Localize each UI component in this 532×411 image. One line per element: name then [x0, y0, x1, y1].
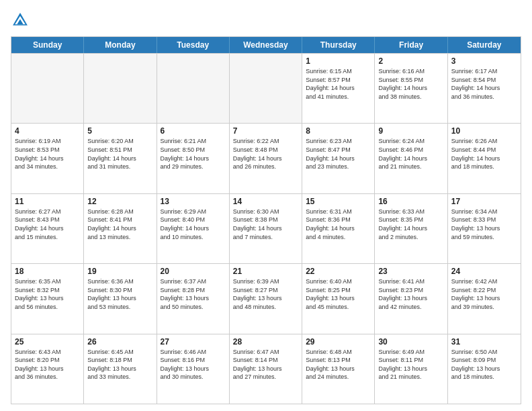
calendar-cell-24: 24Sunrise: 6:42 AMSunset: 8:22 PMDayligh…: [448, 264, 521, 333]
cell-info: Sunrise: 6:43 AMSunset: 8:20 PMDaylight:…: [15, 348, 80, 381]
header-cell-tuesday: Tuesday: [157, 37, 230, 53]
calendar-cell-29: 29Sunrise: 6:48 AMSunset: 8:13 PMDayligh…: [302, 334, 375, 404]
calendar-cell-7: 7Sunrise: 6:22 AMSunset: 8:48 PMDaylight…: [230, 124, 302, 193]
cell-info: Sunrise: 6:33 AMSunset: 8:35 PMDaylight:…: [378, 208, 443, 241]
cell-info: Sunrise: 6:41 AMSunset: 8:23 PMDaylight:…: [378, 277, 443, 311]
calendar-cell-19: 19Sunrise: 6:36 AMSunset: 8:30 PMDayligh…: [84, 264, 157, 333]
header: [11, 11, 521, 30]
calendar-cell-empty: [230, 54, 302, 123]
day-number: 13: [161, 197, 226, 206]
cell-info: Sunrise: 6:29 AMSunset: 8:40 PMDaylight:…: [161, 208, 226, 241]
cell-info: Sunrise: 6:31 AMSunset: 8:36 PMDaylight:…: [306, 208, 371, 241]
cell-info: Sunrise: 6:16 AMSunset: 8:55 PMDaylight:…: [378, 67, 443, 101]
day-number: 4: [15, 126, 80, 136]
calendar-cell-18: 18Sunrise: 6:35 AMSunset: 8:32 PMDayligh…: [11, 264, 84, 333]
calendar-cell-11: 11Sunrise: 6:27 AMSunset: 8:43 PMDayligh…: [11, 194, 84, 263]
cell-info: Sunrise: 6:45 AMSunset: 8:18 PMDaylight:…: [87, 348, 152, 381]
header-cell-wednesday: Wednesday: [230, 37, 302, 53]
header-cell-thursday: Thursday: [302, 37, 375, 53]
day-number: 27: [161, 337, 226, 347]
day-number: 11: [15, 197, 80, 206]
cell-info: Sunrise: 6:36 AMSunset: 8:30 PMDaylight:…: [87, 277, 152, 311]
calendar: SundayMondayTuesdayWednesdayThursdayFrid…: [11, 36, 521, 404]
calendar-cell-empty: [157, 54, 230, 123]
calendar-body: 1Sunrise: 6:15 AMSunset: 8:57 PMDaylight…: [11, 53, 521, 404]
cell-info: Sunrise: 6:34 AMSunset: 8:33 PMDaylight:…: [451, 208, 517, 241]
day-number: 22: [306, 267, 371, 276]
day-number: 21: [233, 267, 298, 276]
cell-info: Sunrise: 6:15 AMSunset: 8:57 PMDaylight:…: [306, 67, 371, 101]
calendar-cell-empty: [11, 54, 84, 123]
calendar-cell-26: 26Sunrise: 6:45 AMSunset: 8:18 PMDayligh…: [84, 334, 157, 404]
day-number: 5: [87, 126, 152, 136]
calendar-cell-25: 25Sunrise: 6:43 AMSunset: 8:20 PMDayligh…: [11, 334, 84, 404]
day-number: 30: [378, 337, 443, 347]
day-number: 18: [15, 267, 80, 276]
cell-info: Sunrise: 6:30 AMSunset: 8:38 PMDaylight:…: [233, 208, 298, 241]
calendar-row-1: 4Sunrise: 6:19 AMSunset: 8:53 PMDaylight…: [11, 123, 521, 193]
cell-info: Sunrise: 6:42 AMSunset: 8:22 PMDaylight:…: [451, 277, 517, 311]
day-number: 28: [233, 337, 298, 347]
calendar-row-4: 25Sunrise: 6:43 AMSunset: 8:20 PMDayligh…: [11, 334, 521, 404]
cell-info: Sunrise: 6:22 AMSunset: 8:48 PMDaylight:…: [233, 137, 298, 171]
calendar-cell-6: 6Sunrise: 6:21 AMSunset: 8:50 PMDaylight…: [157, 124, 230, 193]
calendar-row-3: 18Sunrise: 6:35 AMSunset: 8:32 PMDayligh…: [11, 263, 521, 333]
day-number: 29: [306, 337, 371, 347]
day-number: 7: [233, 126, 298, 136]
calendar-cell-16: 16Sunrise: 6:33 AMSunset: 8:35 PMDayligh…: [375, 194, 447, 263]
calendar-cell-23: 23Sunrise: 6:41 AMSunset: 8:23 PMDayligh…: [375, 264, 447, 333]
cell-info: Sunrise: 6:27 AMSunset: 8:43 PMDaylight:…: [15, 208, 80, 241]
day-number: 23: [378, 267, 443, 276]
calendar-cell-empty: [84, 54, 157, 123]
page: SundayMondayTuesdayWednesdayThursdayFrid…: [0, 0, 532, 411]
cell-info: Sunrise: 6:48 AMSunset: 8:13 PMDaylight:…: [306, 348, 371, 381]
day-number: 10: [451, 126, 517, 136]
day-number: 20: [161, 267, 226, 276]
calendar-cell-15: 15Sunrise: 6:31 AMSunset: 8:36 PMDayligh…: [302, 194, 375, 263]
calendar-cell-27: 27Sunrise: 6:46 AMSunset: 8:16 PMDayligh…: [157, 334, 230, 404]
day-number: 1: [306, 56, 371, 66]
cell-info: Sunrise: 6:23 AMSunset: 8:47 PMDaylight:…: [306, 137, 371, 171]
calendar-cell-22: 22Sunrise: 6:40 AMSunset: 8:25 PMDayligh…: [302, 264, 375, 333]
cell-info: Sunrise: 6:17 AMSunset: 8:54 PMDaylight:…: [451, 67, 517, 101]
calendar-cell-21: 21Sunrise: 6:39 AMSunset: 8:27 PMDayligh…: [230, 264, 302, 333]
cell-info: Sunrise: 6:26 AMSunset: 8:44 PMDaylight:…: [451, 137, 517, 171]
day-number: 3: [451, 56, 517, 66]
cell-info: Sunrise: 6:46 AMSunset: 8:16 PMDaylight:…: [161, 348, 226, 381]
day-number: 16: [378, 197, 443, 206]
header-cell-monday: Monday: [84, 37, 157, 53]
header-cell-friday: Friday: [375, 37, 447, 53]
cell-info: Sunrise: 6:47 AMSunset: 8:14 PMDaylight:…: [233, 348, 298, 381]
calendar-cell-13: 13Sunrise: 6:29 AMSunset: 8:40 PMDayligh…: [157, 194, 230, 263]
calendar-cell-3: 3Sunrise: 6:17 AMSunset: 8:54 PMDaylight…: [448, 54, 521, 123]
calendar-cell-31: 31Sunrise: 6:50 AMSunset: 8:09 PMDayligh…: [448, 334, 521, 404]
cell-info: Sunrise: 6:21 AMSunset: 8:50 PMDaylight:…: [161, 137, 226, 171]
day-number: 6: [161, 126, 226, 136]
day-number: 14: [233, 197, 298, 206]
cell-info: Sunrise: 6:20 AMSunset: 8:51 PMDaylight:…: [87, 137, 152, 171]
day-number: 17: [451, 197, 517, 206]
calendar-header: SundayMondayTuesdayWednesdayThursdayFrid…: [11, 37, 521, 53]
calendar-row-0: 1Sunrise: 6:15 AMSunset: 8:57 PMDaylight…: [11, 53, 521, 123]
calendar-cell-9: 9Sunrise: 6:24 AMSunset: 8:46 PMDaylight…: [375, 124, 447, 193]
calendar-row-2: 11Sunrise: 6:27 AMSunset: 8:43 PMDayligh…: [11, 193, 521, 263]
logo-icon: [11, 11, 30, 30]
logo: [11, 11, 32, 30]
cell-info: Sunrise: 6:37 AMSunset: 8:28 PMDaylight:…: [161, 277, 226, 311]
cell-info: Sunrise: 6:19 AMSunset: 8:53 PMDaylight:…: [15, 137, 80, 171]
header-cell-saturday: Saturday: [448, 37, 521, 53]
day-number: 9: [378, 126, 443, 136]
calendar-cell-10: 10Sunrise: 6:26 AMSunset: 8:44 PMDayligh…: [448, 124, 521, 193]
calendar-cell-2: 2Sunrise: 6:16 AMSunset: 8:55 PMDaylight…: [375, 54, 447, 123]
calendar-cell-8: 8Sunrise: 6:23 AMSunset: 8:47 PMDaylight…: [302, 124, 375, 193]
calendar-cell-4: 4Sunrise: 6:19 AMSunset: 8:53 PMDaylight…: [11, 124, 84, 193]
calendar-cell-30: 30Sunrise: 6:49 AMSunset: 8:11 PMDayligh…: [375, 334, 447, 404]
day-number: 15: [306, 197, 371, 206]
cell-info: Sunrise: 6:50 AMSunset: 8:09 PMDaylight:…: [451, 348, 517, 381]
calendar-cell-12: 12Sunrise: 6:28 AMSunset: 8:41 PMDayligh…: [84, 194, 157, 263]
cell-info: Sunrise: 6:49 AMSunset: 8:11 PMDaylight:…: [378, 348, 443, 381]
calendar-cell-14: 14Sunrise: 6:30 AMSunset: 8:38 PMDayligh…: [230, 194, 302, 263]
cell-info: Sunrise: 6:28 AMSunset: 8:41 PMDaylight:…: [87, 208, 152, 241]
calendar-cell-20: 20Sunrise: 6:37 AMSunset: 8:28 PMDayligh…: [157, 264, 230, 333]
cell-info: Sunrise: 6:40 AMSunset: 8:25 PMDaylight:…: [306, 277, 371, 311]
